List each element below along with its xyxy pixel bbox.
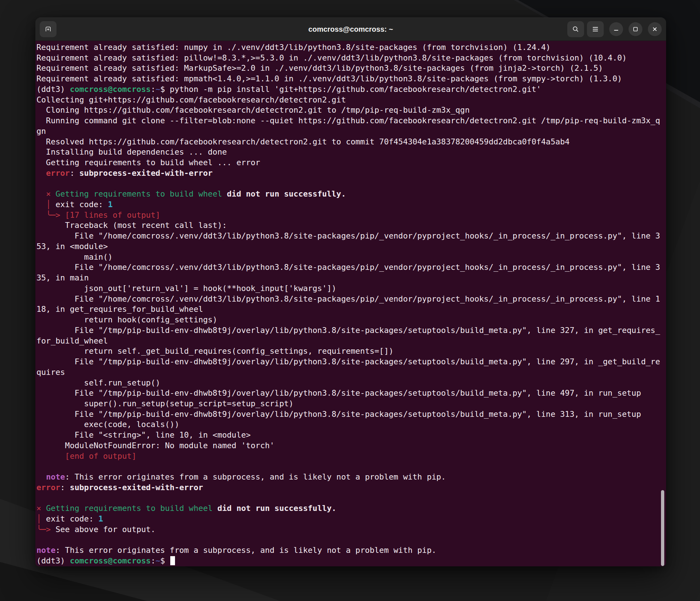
terminal-line: self.run_setup()	[36, 378, 666, 388]
window-title: comcross@comcross: ~	[308, 25, 393, 33]
terminal-line: ╰─> [17 lines of output]	[36, 210, 666, 221]
maximize-button[interactable]	[629, 22, 642, 36]
close-button[interactable]	[648, 22, 662, 36]
terminal-line: File "/home/comcross/.venv/ddt3/lib/pyth…	[36, 294, 666, 305]
terminal-cursor	[170, 556, 175, 565]
terminal-line: ModuleNotFoundError: No module named 'to…	[36, 441, 666, 451]
maximize-icon	[633, 27, 638, 32]
close-icon	[652, 27, 657, 32]
terminal-line	[36, 535, 666, 546]
terminal-line: 18, in get_requires_for_build_wheel	[36, 304, 666, 315]
terminal-line: quires	[36, 367, 666, 378]
terminal-line: (ddt3) comcross@comcross:~$	[36, 556, 666, 566]
minimize-icon	[614, 27, 619, 32]
terminal-line: error: subprocess-exited-with-error	[36, 482, 666, 493]
terminal-line: │ exit code: 1	[36, 514, 666, 524]
terminal-line: Getting requirements to build wheel ... …	[36, 158, 666, 168]
terminal-line: Cloning https://github.com/facebookresea…	[36, 105, 666, 116]
terminal-line: 35, in main	[36, 273, 666, 283]
new-tab-icon	[44, 25, 52, 33]
terminal-line: main()	[36, 252, 666, 263]
terminal-line: gn	[36, 126, 666, 137]
terminal-line: note: This error originates from a subpr…	[36, 545, 666, 556]
terminal-line: note: This error originates from a subpr…	[36, 472, 666, 482]
titlebar[interactable]: comcross@comcross: ~	[35, 18, 666, 41]
menu-button[interactable]	[587, 21, 604, 37]
terminal-line: File "/tmp/pip-build-env-dhwb8t9j/overla…	[36, 388, 666, 399]
terminal-screen[interactable]: Requirement already satisfied: numpy in …	[35, 41, 666, 566]
terminal-line: super().run_setup(setup_script=setup_scr…	[36, 399, 666, 409]
terminal-line: File "/tmp/pip-build-env-dhwb8t9j/overla…	[36, 357, 666, 367]
minimize-button[interactable]	[609, 22, 623, 36]
terminal-line: File "<string>", line 10, in <module>	[36, 430, 666, 441]
terminal-line: × Getting requirements to build wheel di…	[36, 503, 666, 514]
terminal-line: Running command git clone --filter=blob:…	[36, 116, 666, 126]
terminal-line: json_out['return_val'] = hook(**hook_inp…	[36, 283, 666, 294]
terminal-line: Requirement already satisfied: numpy in …	[36, 42, 666, 53]
terminal-line: File "/home/comcross/.venv/ddt3/lib/pyth…	[36, 231, 666, 241]
terminal-line: Requirement already satisfied: pillow!=8…	[36, 53, 666, 63]
terminal-line	[36, 493, 666, 504]
terminal-line: ╰─> See above for output.	[36, 524, 666, 535]
terminal-line	[36, 179, 666, 189]
terminal-line: error: subprocess-exited-with-error	[36, 168, 666, 179]
terminal-window: comcross@comcross: ~	[35, 18, 666, 566]
terminal-line: Traceback (most recent call last):	[36, 220, 666, 231]
terminal-line: return self._get_build_requires(config_s…	[36, 346, 666, 357]
terminal-line: Requirement already satisfied: mpmath<1.…	[36, 74, 666, 84]
terminal-line: return hook(config_settings)	[36, 315, 666, 325]
terminal-line: 53, in <module>	[36, 241, 666, 252]
terminal-line: (ddt3) comcross@comcross:~$ python -m pi…	[36, 84, 666, 95]
hamburger-menu-icon	[592, 26, 599, 32]
new-tab-button[interactable]	[40, 21, 57, 37]
terminal-line: Installing build dependencies ... done	[36, 147, 666, 158]
terminal-line	[36, 461, 666, 472]
terminal-line: File "/home/comcross/.venv/ddt3/lib/pyth…	[36, 262, 666, 273]
terminal-line: for_build_wheel	[36, 336, 666, 346]
terminal-line: File "/tmp/pip-build-env-dhwb8t9j/overla…	[36, 409, 666, 420]
scrollbar-thumb[interactable]	[661, 490, 664, 566]
terminal-line: │ exit code: 1	[36, 199, 666, 210]
terminal-line: Requirement already satisfied: MarkupSaf…	[36, 63, 666, 74]
terminal-line: × Getting requirements to build wheel di…	[36, 189, 666, 199]
search-button[interactable]	[567, 21, 584, 37]
terminal-line: exec(code, locals())	[36, 419, 666, 430]
terminal-line: [end of output]	[36, 451, 666, 462]
search-icon	[572, 26, 579, 33]
terminal-line: Collecting git+https://github.com/facebo…	[36, 95, 666, 105]
terminal-line: Resolved https://github.com/facebookrese…	[36, 137, 666, 147]
terminal-line: File "/tmp/pip-build-env-dhwb8t9j/overla…	[36, 325, 666, 336]
